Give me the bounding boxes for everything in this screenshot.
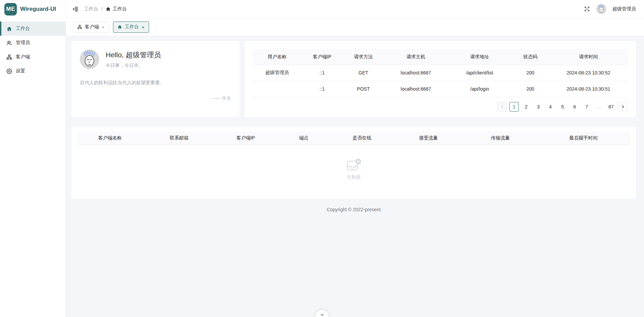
pagination-page-3[interactable]: 3 (534, 102, 543, 112)
daily-quote: 后代人的权利远比当代人的欲望更重要。 (80, 80, 231, 86)
breadcrumb-current[interactable]: 工作台 (106, 6, 127, 12)
tab-bar: 客户端 × 工作台 × (66, 18, 644, 36)
sitemap-icon (6, 54, 12, 60)
cell-request-method: GET (343, 65, 384, 81)
pagination-page-4[interactable]: 4 (546, 102, 555, 112)
pagination-page-1[interactable]: 1 (509, 102, 519, 112)
sidebar-item-settings[interactable]: 设置 (0, 64, 66, 78)
gear-icon (6, 68, 12, 74)
cell-user-name: 超级管理员 (253, 65, 301, 81)
fullscreen-icon[interactable] (584, 6, 590, 12)
col-client-ip: 客户端IP (301, 49, 343, 65)
sitemap-icon (77, 25, 82, 29)
sidebar: ME Wireguard-UI 工作台 管理员 客户端 设置 (0, 0, 66, 317)
cell-request-host: localhost:6687 (384, 81, 448, 97)
pagination: 1 2 3 4 5 6 7 … 87 (253, 102, 628, 112)
breadcrumb: 工作台 / 工作台 (84, 6, 127, 12)
table-header-row: 用户名称 客户端IP 请求方法 请求主机 请求地址 状态码 请求时间 (253, 49, 628, 65)
tab-label: 工作台 (125, 24, 139, 30)
col-request-host: 请求主机 (384, 49, 448, 65)
request-log-table: 用户名称 客户端IP 请求方法 请求主机 请求地址 状态码 请求时间 超级管理员… (253, 49, 628, 97)
cell-status-code: 200 (511, 65, 549, 81)
table-header-row: 客户端名称 联系邮箱 客户端IP 端点 是否在线 接受流量 传输流量 最后握手时… (77, 132, 631, 145)
sidebar-item-admins[interactable]: 管理员 (0, 36, 66, 50)
clients-table: 客户端名称 联系邮箱 客户端IP 端点 是否在线 接受流量 传输流量 最后握手时… (77, 132, 631, 146)
greeting-subtitle: 今日事，今日毕。 (106, 63, 161, 69)
sidebar-item-label: 管理员 (16, 40, 30, 46)
tab-label: 客户端 (85, 24, 99, 30)
col-last-handshake: 最后握手时间 (536, 132, 631, 145)
sidebar-item-label: 客户端 (16, 54, 30, 60)
chevron-right-icon (621, 105, 625, 109)
sidebar-menu: 工作台 管理员 客户端 设置 (0, 18, 66, 78)
pagination-next-button[interactable] (618, 102, 628, 112)
home-icon (6, 26, 12, 32)
cell-request-host: localhost:6687 (384, 65, 448, 81)
sidebar-item-label: 工作台 (16, 26, 30, 32)
sidebar-collapse-icon[interactable] (72, 6, 79, 12)
cell-status-code: 200 (511, 81, 549, 97)
close-icon[interactable]: × (102, 25, 105, 30)
close-icon[interactable]: × (142, 25, 145, 30)
col-contact-email: 联系邮箱 (143, 132, 215, 145)
tab-clients[interactable]: 客户端 × (73, 22, 109, 33)
cell-user-name (253, 81, 301, 97)
avatar (80, 50, 99, 69)
no-data-icon (346, 158, 362, 171)
col-client-ip: 客户端IP (215, 132, 276, 145)
col-endpoint: 端点 (276, 132, 332, 145)
col-user-name: 用户名称 (253, 49, 301, 65)
cell-request-path: /api/client/list (448, 65, 512, 81)
sidebar-item-clients[interactable]: 客户端 (0, 50, 66, 64)
cell-request-time: 2024-08-23 10:30:51 (549, 81, 628, 97)
col-online-status: 是否在线 (331, 132, 392, 145)
col-tx-traffic: 传输流量 (464, 132, 536, 145)
pagination-page-6[interactable]: 6 (570, 102, 579, 112)
col-request-path: 请求地址 (448, 49, 512, 65)
cell-request-path: /api/login (448, 81, 512, 97)
cell-client-ip: ::1 (301, 81, 343, 97)
pagination-page-2[interactable]: 2 (522, 102, 531, 112)
user-name[interactable]: 超级管理员 (612, 6, 636, 12)
sidebar-item-label: 设置 (16, 68, 25, 74)
avatar-face-icon (80, 50, 99, 69)
avatar[interactable] (596, 4, 606, 14)
main-content: Hello, 超级管理员 今日事，今日毕。 后代人的权利远比当代人的欲望更重要。… (66, 36, 644, 317)
chevron-down-icon (319, 312, 325, 317)
pagination-prev-button[interactable] (497, 102, 507, 112)
table-row: 超级管理员 ::1 GET localhost:6687 /api/client… (253, 65, 628, 81)
col-status-code: 状态码 (511, 49, 549, 65)
pagination-page-7[interactable]: 7 (582, 102, 592, 112)
top-header: 工作台 / 工作台 超级管理员 (66, 0, 644, 18)
table-row: ::1 POST localhost:6687 /api/login 200 2… (253, 81, 628, 97)
breadcrumb-separator: / (101, 6, 103, 12)
sidebar-item-workbench[interactable]: 工作台 (0, 22, 66, 36)
header-actions: 超级管理员 (584, 4, 636, 14)
col-request-time: 请求时间 (549, 49, 628, 65)
clients-card: 客户端名称 联系邮箱 客户端IP 端点 是否在线 接受流量 传输流量 最后握手时… (71, 127, 636, 199)
copyright-footer: Copyright © 2022-present (71, 207, 636, 212)
avatar-face-icon (596, 4, 606, 14)
chevron-left-icon (500, 105, 504, 109)
pagination-page-87[interactable]: 87 (606, 102, 616, 112)
col-client-name: 客户端名称 (77, 132, 143, 145)
pagination-page-5[interactable]: 5 (558, 102, 567, 112)
empty-state-label: 无数据 (347, 174, 361, 180)
col-request-method: 请求方法 (343, 49, 384, 65)
app-logo[interactable]: ME Wireguard-UI (0, 0, 66, 18)
app-title: Wireguard-UI (20, 6, 56, 12)
greeting-title: Hello, 超级管理员 (106, 50, 161, 60)
cell-request-time: 2024-08-23 10:30:52 (549, 65, 628, 81)
home-icon (106, 6, 111, 11)
users-icon (6, 40, 12, 46)
tab-workbench[interactable]: 工作台 × (113, 22, 149, 33)
empty-state: 无数据 (77, 145, 631, 199)
breadcrumb-current-label: 工作台 (113, 6, 127, 12)
home-icon (117, 25, 122, 29)
breadcrumb-parent[interactable]: 工作台 (84, 6, 98, 12)
request-log-card: 用户名称 客户端IP 请求方法 请求主机 请求地址 状态码 请求时间 超级管理员… (245, 41, 636, 117)
pagination-ellipsis[interactable]: … (594, 102, 604, 112)
cell-client-ip: ::1 (301, 65, 343, 81)
hello-card: Hello, 超级管理员 今日事，今日毕。 后代人的权利远比当代人的欲望更重要。… (71, 41, 240, 117)
cell-request-method: POST (343, 81, 384, 97)
